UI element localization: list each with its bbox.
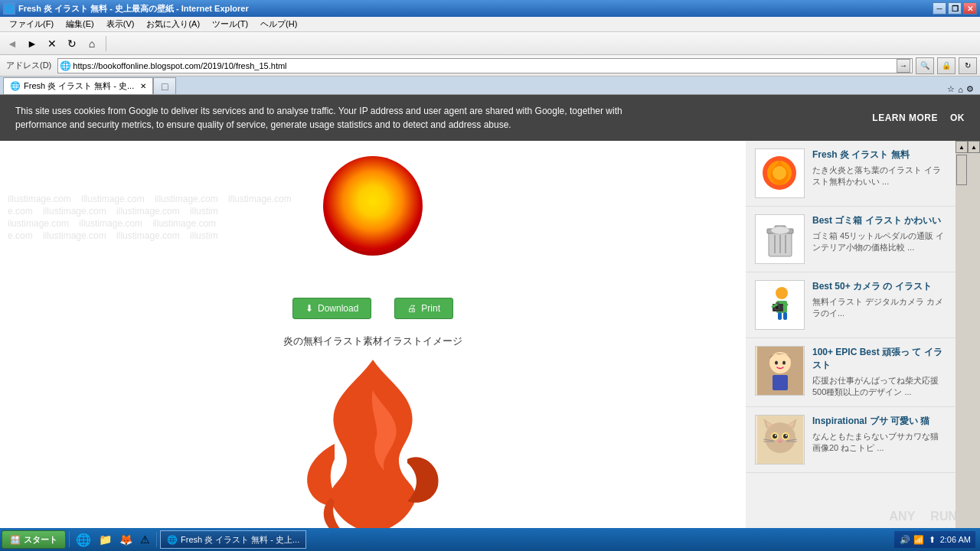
learn-more-button[interactable]: LEARN MORE bbox=[872, 112, 938, 123]
address-input[interactable] bbox=[73, 61, 897, 70]
tray-icon-1[interactable]: 🔊 bbox=[899, 535, 911, 545]
svg-rect-18 bbox=[783, 312, 787, 320]
lock-icon[interactable]: 🔒 bbox=[937, 57, 956, 74]
main-content: illustimage.com illustimage.com illustim… bbox=[0, 141, 746, 551]
sidebar-thumb-0 bbox=[755, 148, 805, 198]
minimize-button[interactable]: ─ bbox=[933, 2, 946, 15]
menu-tools[interactable]: ツール(T) bbox=[206, 17, 254, 31]
sidebar-text-4: Inspirational ブサ 可愛い 猫 なんともたまらないブサカワな猫画像… bbox=[812, 415, 946, 455]
taskbar-ie-icon: 🌐 bbox=[167, 535, 178, 545]
svg-point-32 bbox=[779, 439, 782, 441]
system-tray: 🔊 📶 ⬆ 2:06 AM bbox=[894, 531, 975, 548]
flame-illustration bbox=[289, 352, 457, 536]
sidebar-item-0[interactable]: Fresh 炎 イラスト 無料 たき火炎と落ち葉のイラスト イラスト無料かわいい… bbox=[746, 141, 956, 207]
print-button[interactable]: 🖨 Print bbox=[394, 298, 453, 319]
browser-tab-new[interactable]: □ bbox=[153, 77, 176, 94]
ie-taskbar-icon[interactable]: 🌐 bbox=[73, 533, 94, 547]
ok-button[interactable]: OK bbox=[950, 112, 965, 123]
menu-help[interactable]: ヘルプ(H) bbox=[254, 17, 303, 31]
titlebar: 🌐 Fresh 炎 イラスト 無料 - 史上最高の壁紙 - Internet E… bbox=[0, 0, 980, 17]
sidebar-text-0: Fresh 炎 イラスト 無料 たき火炎と落ち葉のイラスト イラスト無料かわいい… bbox=[812, 148, 946, 188]
close-button[interactable]: ✕ bbox=[963, 2, 977, 15]
favorites-star-icon[interactable]: ☆ bbox=[947, 84, 955, 94]
taskbar-divider-2 bbox=[156, 532, 157, 547]
sidebar-title-0: Fresh 炎 イラスト 無料 bbox=[812, 148, 946, 161]
folder-taskbar-icon[interactable]: 📁 bbox=[96, 533, 115, 546]
taskbar-divider bbox=[69, 532, 70, 547]
home-button[interactable]: ⌂ bbox=[83, 34, 101, 53]
tab-label: Fresh 炎 イラスト 無料 - 史... bbox=[24, 80, 134, 92]
sidebar-title-3: 100+ EPIC Best 頑張っ て イラスト bbox=[812, 346, 946, 372]
new-tab-icon: □ bbox=[162, 80, 168, 93]
search-icon[interactable]: 🔍 bbox=[916, 57, 934, 74]
menu-file[interactable]: ファイル(F) bbox=[3, 17, 60, 31]
svg-rect-23 bbox=[773, 375, 788, 390]
menu-view[interactable]: 表示(V) bbox=[100, 17, 141, 31]
svg-point-29 bbox=[783, 434, 788, 439]
download-icon: ⬇ bbox=[305, 303, 313, 314]
sidebar-container: Fresh 炎 イラスト 無料 たき火炎と落ち葉のイラスト イラスト無料かわいい… bbox=[746, 141, 968, 551]
menu-bar: ファイル(F) 編集(E) 表示(V) お気に入り(A) ツール(T) ヘルプ(… bbox=[0, 17, 980, 32]
scroll-thumb[interactable] bbox=[956, 155, 967, 185]
svg-point-9 bbox=[771, 227, 789, 234]
sidebar-scrollbar[interactable]: ▲ ▼ bbox=[956, 141, 968, 551]
cookie-banner: This site uses cookies from Google to de… bbox=[0, 95, 980, 141]
sidebar-item-1[interactable]: Best ゴミ箱 イラスト かわいい ゴミ箱 45リットルペダルの通販 インテリ… bbox=[746, 207, 956, 272]
warning-taskbar-icon[interactable]: ⚠ bbox=[137, 533, 153, 546]
menu-edit[interactable]: 編集(E) bbox=[60, 17, 100, 31]
sidebar-item-4[interactable]: Inspirational ブサ 可愛い 猫 なんともたまらないブサカワな猫画像… bbox=[746, 407, 956, 473]
browser-tab-active[interactable]: 🌐 Fresh 炎 イラスト 無料 - 史... ✕ bbox=[3, 77, 153, 94]
sidebar-desc-4: なんともたまらないブサカワな猫画像20 ねこトピ ... bbox=[812, 431, 946, 455]
system-clock: 2:06 AM bbox=[940, 535, 971, 544]
taskbar: 🪟 スタート 🌐 📁 🦊 ⚠ 🌐 Fresh 炎 イラスト 無料 - 史上...… bbox=[0, 528, 980, 551]
browser-taskbar-icon[interactable]: 🦊 bbox=[116, 533, 136, 546]
page-caption: 炎の無料イラスト素材イラストイメージ bbox=[283, 334, 462, 348]
back-button[interactable]: ◄ bbox=[3, 34, 21, 53]
start-icon: 🪟 bbox=[10, 535, 21, 545]
svg-point-31 bbox=[786, 435, 787, 436]
sidebar-title-2: Best 50+ カメラ の イラスト bbox=[812, 280, 946, 293]
window-controls: ─ ❐ ✕ bbox=[933, 2, 977, 15]
ie-icon: 🌐 bbox=[3, 2, 15, 15]
svg-point-30 bbox=[775, 435, 776, 436]
address-input-wrapper: 🌐 → bbox=[57, 58, 913, 73]
main-scroll-up[interactable]: ▲ bbox=[968, 141, 980, 153]
tray-icon-3[interactable]: ⬆ bbox=[926, 535, 939, 545]
tray-icon-2[interactable]: 📶 bbox=[913, 535, 925, 545]
address-favicon: 🌐 bbox=[60, 60, 71, 71]
sidebar-desc-0: たき火炎と落ち葉のイラスト イラスト無料かわいい ... bbox=[812, 165, 946, 188]
home-tab-icon[interactable]: ⌂ bbox=[958, 85, 963, 94]
tab-favicon: 🌐 bbox=[10, 81, 21, 91]
sidebar-desc-1: ゴミ箱 45リットルペダルの通販 インテリア小物の価格比較 ... bbox=[812, 230, 946, 254]
refresh-small-button[interactable]: ↻ bbox=[959, 57, 977, 74]
download-button[interactable]: ⬇ Download bbox=[292, 298, 371, 319]
forward-button[interactable]: ► bbox=[23, 34, 41, 53]
sidebar-text-1: Best ゴミ箱 イラスト かわいい ゴミ箱 45リットルペダルの通販 インテリ… bbox=[812, 214, 946, 254]
restore-button[interactable]: ❐ bbox=[948, 2, 962, 15]
taskbar-right: 🔊 📶 ⬆ 2:06 AM bbox=[894, 531, 978, 548]
taskbar-active-window[interactable]: 🌐 Fresh 炎 イラスト 無料 - 史上... bbox=[160, 530, 306, 549]
print-icon: 🖨 bbox=[407, 303, 416, 314]
sidebar-item-2[interactable]: Best 50+ カメラ の イラスト 無料イラスト デジタルカメラ カメラのイ… bbox=[746, 272, 956, 338]
watermark-area: illustimage.com illustimage.com illustim… bbox=[8, 148, 738, 286]
stop-button[interactable]: ✕ bbox=[43, 34, 61, 53]
sidebar-desc-2: 無料イラスト デジタルカメラ カメラのイ... bbox=[812, 296, 946, 320]
menu-favorites[interactable]: お気に入り(A) bbox=[140, 17, 206, 31]
page-content: illustimage.com illustimage.com illustim… bbox=[0, 141, 980, 551]
start-button[interactable]: 🪟 スタート bbox=[2, 530, 66, 549]
sidebar-thumb-3 bbox=[755, 346, 805, 396]
refresh-button[interactable]: ↻ bbox=[63, 34, 81, 53]
address-label: アドレス(D) bbox=[3, 60, 54, 71]
scroll-up-button[interactable]: ▲ bbox=[956, 141, 968, 153]
sidebar-desc-3: 応援お仕事がんばってね柴犬応援500種類以上のデザイン ... bbox=[812, 375, 946, 399]
address-go-button[interactable]: → bbox=[897, 59, 910, 73]
settings-tab-icon[interactable]: ⚙ bbox=[966, 84, 974, 94]
sidebar: Fresh 炎 イラスト 無料 たき火炎と落ち葉のイラスト イラスト無料かわいい… bbox=[746, 141, 956, 551]
sidebar-item-3[interactable]: 100+ EPIC Best 頑張っ て イラスト 応援お仕事がんばってね柴犬応… bbox=[746, 338, 956, 407]
tab-close-button[interactable]: ✕ bbox=[140, 82, 146, 90]
svg-point-28 bbox=[773, 434, 777, 439]
main-scrollbar[interactable]: ▲ ▼ bbox=[968, 141, 980, 551]
window-title: Fresh 炎 イラスト 無料 - 史上最高の壁紙 - Internet Exp… bbox=[18, 3, 249, 15]
svg-point-21 bbox=[775, 361, 778, 365]
address-bar: アドレス(D) 🌐 → 🔍 🔒 ↻ bbox=[0, 55, 980, 77]
